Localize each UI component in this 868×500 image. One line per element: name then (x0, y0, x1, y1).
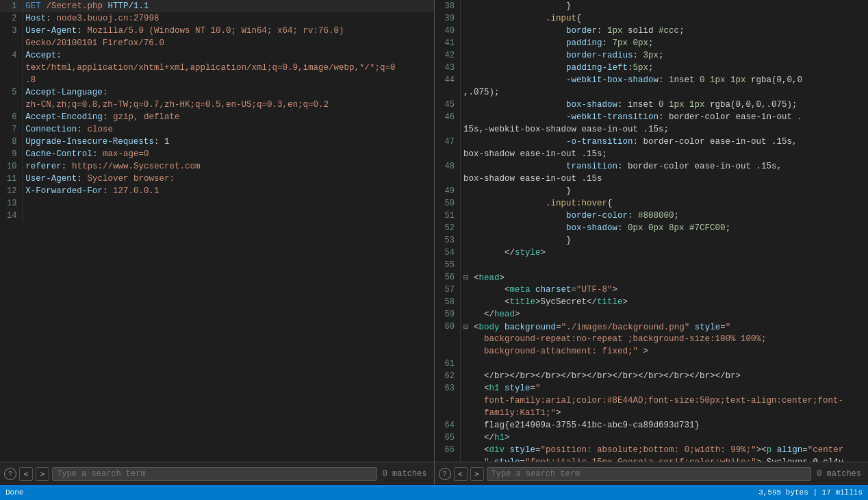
table-row: 14 (0, 210, 434, 222)
table-row: 61 (435, 358, 869, 370)
status-left: Done (5, 488, 23, 497)
line-number: 38 (435, 0, 461, 12)
line-number: 66 (435, 444, 461, 456)
table-row: 51 border-color: #808000; (435, 210, 869, 222)
table-row: " style="font:italic 15px Georgia,serif;… (435, 456, 869, 462)
table-row: 5Accept-Language: (0, 86, 434, 99)
line-number: 48 (435, 160, 461, 173)
right-pane: 38 }39 .input{40 border: 1px solid #ccc;… (435, 0, 869, 485)
line-number: 1 (0, 0, 23, 12)
line-number: 52 (435, 222, 461, 234)
line-number: 2 (0, 12, 23, 25)
line-number (435, 148, 461, 160)
left-code-container[interactable]: 1GET /Secret.php HTTP/1.12Host: node3.bu… (0, 0, 434, 462)
table-row: 47 -o-transition: border-color ease-in-o… (435, 136, 869, 148)
table-row: 52 box-shadow: 0px 0px 8px #7CFC00; (435, 222, 869, 234)
line-content: padding-left:5px; (461, 62, 868, 74)
line-content: User-Agent: Mozilla/5.0 (Windows NT 10.0… (23, 25, 434, 37)
line-content: Connection: close (23, 123, 434, 136)
line-number (435, 123, 461, 136)
line-content: } (461, 185, 868, 197)
line-content: Accept: (23, 49, 434, 62)
table-row: 54 </style> (435, 247, 869, 259)
table-row: 40 border: 1px solid #ccc; (435, 25, 869, 37)
table-row: 11User-Agent: Syclover browser: (0, 173, 434, 185)
line-number (0, 99, 23, 111)
table-row: 55 (435, 259, 869, 271)
table-row: 49 } (435, 185, 869, 197)
table-row: 1GET /Secret.php HTTP/1.1 (0, 0, 434, 12)
line-content: background-repeat:no-repeat ;background-… (461, 333, 868, 345)
line-content: box-shadow ease-in-out .15s; (461, 148, 868, 160)
right-help-button[interactable]: ? (439, 468, 451, 480)
line-content: </style> (461, 247, 868, 259)
line-number (0, 37, 23, 49)
right-code-container[interactable]: 38 }39 .input{40 border: 1px solid #ccc;… (435, 0, 869, 462)
line-number (435, 456, 461, 462)
table-row: zh-CN,zh;q=0.8,zh-TW;q=0.7,zh-HK;q=0.5,e… (0, 99, 434, 111)
line-content: -webkit-box-shadow: inset 0 1px 1px rgba… (461, 74, 868, 86)
table-row: 39 .input{ (435, 12, 869, 25)
line-content (23, 197, 434, 210)
table-row: 53 } (435, 234, 869, 247)
line-content: } (461, 234, 868, 247)
table-row: background-repeat:no-repeat ;background-… (435, 333, 869, 345)
line-number: 40 (435, 25, 461, 37)
line-content: font-family:arial;color:#8E44AD;font-siz… (461, 395, 868, 407)
line-number: 63 (435, 382, 461, 395)
line-number (435, 173, 461, 185)
left-next-button[interactable]: > (36, 467, 49, 481)
line-content: </head> (461, 308, 868, 321)
table-row: 15s,-webkit-box-shadow ease-in-out .15s; (435, 123, 869, 136)
status-right: 3,595 bytes | 17 millis (758, 488, 863, 497)
left-search-bar: ? < > 0 matches (0, 462, 434, 485)
line-content: box-shadow: 0px 0px 8px #7CFC00; (461, 222, 868, 234)
line-number (435, 333, 461, 345)
line-content (461, 259, 868, 271)
line-number: 12 (0, 185, 23, 197)
table-row: background-attachment: fixed;" > (435, 345, 869, 358)
line-content: </h1> (461, 432, 868, 444)
left-pane: 1GET /Secret.php HTTP/1.12Host: node3.bu… (0, 0, 435, 485)
line-number: 53 (435, 234, 461, 247)
right-prev-button[interactable]: < (454, 467, 468, 481)
line-number (0, 74, 23, 86)
left-search-input[interactable] (52, 467, 377, 481)
table-row: family:KaiTi;"> (435, 407, 869, 419)
table-row: box-shadow ease-in-out .15s; (435, 148, 869, 160)
line-content: flag{e214909a-3755-41bc-abc9-ca89d693d73… (461, 419, 868, 432)
right-next-button[interactable]: > (470, 467, 484, 481)
left-prev-button[interactable]: < (19, 467, 33, 481)
table-row: 56⊟ <head> (435, 271, 869, 284)
line-content: ⊟ <body background="./images/background.… (461, 321, 868, 333)
left-help-button[interactable]: ? (4, 468, 16, 480)
table-row: 12X-Forwarded-For: 127.0.0.1 (0, 185, 434, 197)
line-content: } (461, 0, 868, 12)
line-number: 44 (435, 74, 461, 86)
table-row: text/html,application/xhtml+xml,applicat… (0, 62, 434, 74)
line-content: referer: https://www.Sycsecret.com (23, 160, 434, 173)
line-content: ⊟ <head> (461, 271, 868, 284)
table-row: 45 box-shadow: inset 0 1px 1px rgba(0,0,… (435, 99, 869, 111)
table-row: 62 </br></br></br></br></br></br></br></… (435, 370, 869, 382)
line-number: 7 (0, 123, 23, 136)
table-row: 65 </h1> (435, 432, 869, 444)
line-content: Upgrade-Insecure-Requests: 1 (23, 136, 434, 148)
line-number: 61 (435, 358, 461, 370)
table-row: 43 padding-left:5px; (435, 62, 869, 74)
line-content: box-shadow: inset 0 1px 1px rgba(0,0,0,.… (461, 99, 868, 111)
line-number: 43 (435, 62, 461, 74)
line-content (23, 210, 434, 222)
line-content: transition: border-color ease-in-out .15… (461, 160, 868, 173)
line-content: <div style="position: absolute;bottom: 0… (461, 444, 868, 456)
table-row: 13 (0, 197, 434, 210)
table-row: 10referer: https://www.Sycsecret.com (0, 160, 434, 173)
right-search-input[interactable] (487, 467, 812, 481)
line-content: zh-CN,zh;q=0.8,zh-TW;q=0.7,zh-HK;q=0.5,e… (23, 99, 434, 111)
line-number: 54 (435, 247, 461, 259)
table-row: 64 flag{e214909a-3755-41bc-abc9-ca89d693… (435, 419, 869, 432)
table-row: 3User-Agent: Mozilla/5.0 (Windows NT 10.… (0, 25, 434, 37)
line-number: 11 (0, 173, 23, 185)
line-content: padding: 7px 0px; (461, 37, 868, 49)
line-number: 39 (435, 12, 461, 25)
